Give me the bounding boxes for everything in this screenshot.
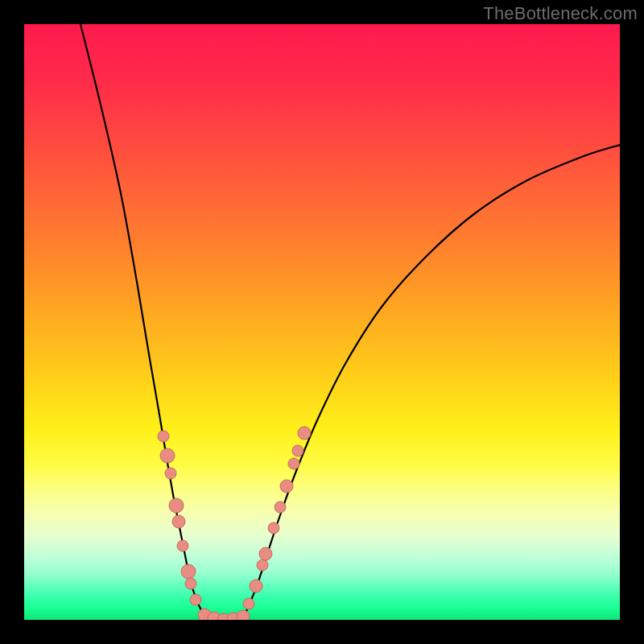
data-point <box>165 468 176 479</box>
data-point <box>298 427 311 440</box>
data-point <box>160 448 175 463</box>
bottleneck-curve <box>80 24 620 620</box>
data-point <box>275 502 286 513</box>
data-point <box>158 431 169 442</box>
data-point <box>185 578 196 589</box>
data-point <box>259 547 272 560</box>
data-point <box>169 498 184 513</box>
chart-frame <box>24 24 620 620</box>
data-point <box>288 458 299 469</box>
data-point <box>268 522 279 534</box>
data-point <box>237 610 250 620</box>
data-point <box>243 598 254 609</box>
data-point <box>280 480 293 493</box>
data-point <box>257 559 268 571</box>
data-point <box>172 515 185 528</box>
watermark-text: TheBottleneck.com <box>483 3 638 24</box>
plot-area <box>24 24 620 620</box>
data-point <box>177 540 188 551</box>
chart-svg <box>24 24 620 620</box>
dot-group <box>158 427 311 620</box>
data-point <box>190 594 201 605</box>
data-point <box>292 445 303 456</box>
curve-group <box>80 24 620 620</box>
data-point <box>181 564 196 579</box>
data-point <box>250 580 262 592</box>
